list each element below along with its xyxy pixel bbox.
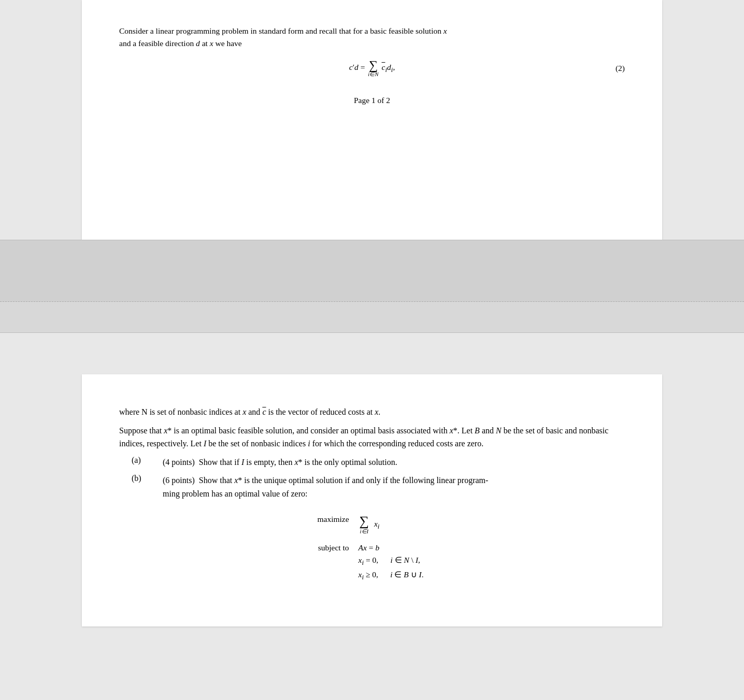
part-b-content: (6 points) Show that x* is the unique op… <box>163 474 625 500</box>
constraint2-label <box>314 554 355 568</box>
page-gap-lower <box>0 302 744 333</box>
part-b-label: (b) <box>132 474 163 483</box>
objective-math: ∑ i∈I xi <box>355 513 430 536</box>
part-a: (a) (4 points) Show that if I is empty, … <box>119 456 625 469</box>
part-a-content: (4 points) Show that if I is empty, then… <box>163 456 625 469</box>
constraint1-math: Ax = b <box>355 542 430 554</box>
maximize-label: maximize <box>314 513 355 536</box>
summation: ∑ i∈N <box>368 59 378 77</box>
document-page-1: Consider a linear programming problem in… <box>82 0 662 240</box>
constraint3-math: xi ≥ 0, i ∈ B ∪ I. <box>355 568 430 583</box>
page-container: Consider a linear programming problem in… <box>0 0 744 700</box>
obj-sum: ∑ i∈I <box>360 515 369 535</box>
constraint3-label <box>314 568 355 583</box>
eq-rhs: cidi, <box>382 63 395 71</box>
suppose-text: Suppose that x* is an optimal basic feas… <box>119 424 625 450</box>
equation-2: c′d = ∑ i∈N cidi, (2) <box>119 59 625 77</box>
inter-page-space <box>0 333 744 374</box>
lp-constraint3-row: xi ≥ 0, i ∈ B ∪ I. <box>314 568 430 583</box>
lp-constraint1-row: subject to Ax = b <box>314 542 430 554</box>
lp-constraint2-row: xi = 0, i ∈ N \ I, <box>314 554 430 568</box>
part-a-label: (a) <box>132 456 163 465</box>
linear-program: maximize ∑ i∈I xi subject to Ax = b <box>119 513 625 583</box>
lp-table: maximize ∑ i∈I xi subject to Ax = b <box>314 513 430 583</box>
constraint2-math: xi = 0, i ∈ N \ I, <box>355 554 430 568</box>
equation-number: (2) <box>616 64 625 73</box>
where-text: where N is set of nonbasic indices at x … <box>119 405 625 419</box>
page1-intro: Consider a linear programming problem in… <box>119 25 625 50</box>
intro-text: Consider a linear programming problem in… <box>119 26 447 35</box>
part-b: (b) (6 points) Show that x* is the uniqu… <box>119 474 625 500</box>
document-page-2: where N is set of nonbasic indices at x … <box>82 374 662 626</box>
page-number: Page 1 of 2 <box>119 96 625 105</box>
lp-objective-row: maximize ∑ i∈I xi <box>314 513 430 536</box>
direction-text: and a feasible direction d at x we have <box>119 39 242 48</box>
lp-spacer-row <box>314 536 430 542</box>
page-separator <box>0 240 744 302</box>
eq-lhs: c′d = <box>349 63 367 71</box>
subject-to-label: subject to <box>314 542 355 554</box>
